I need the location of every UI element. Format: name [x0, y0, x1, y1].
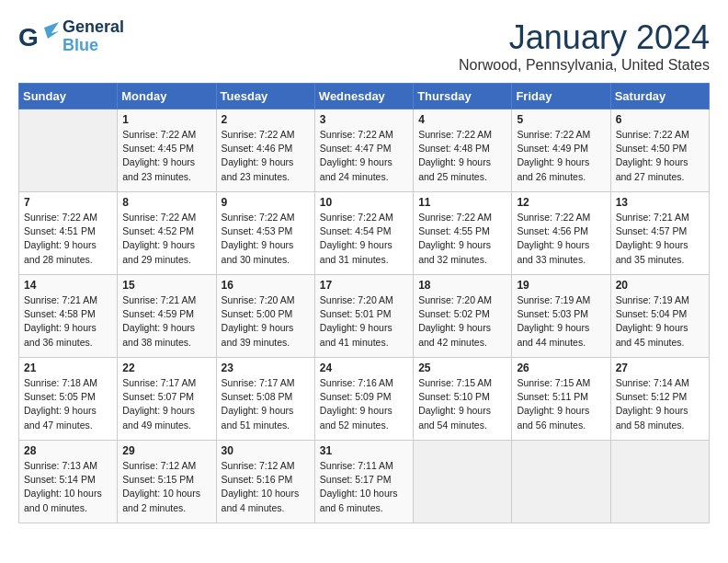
day-number: 30	[222, 444, 310, 457]
calendar-cell: 6Sunrise: 7:22 AM Sunset: 4:50 PM Daylig…	[610, 109, 709, 192]
day-info: Sunrise: 7:15 AM Sunset: 5:10 PM Dayligh…	[418, 376, 506, 432]
calendar-cell: 16Sunrise: 7:20 AM Sunset: 5:00 PM Dayli…	[216, 275, 314, 358]
day-number: 17	[320, 279, 408, 292]
calendar-cell	[19, 109, 118, 192]
logo-blue: Blue	[63, 37, 124, 55]
calendar-cell: 2Sunrise: 7:22 AM Sunset: 4:46 PM Daylig…	[216, 109, 314, 192]
day-info: Sunrise: 7:22 AM Sunset: 4:51 PM Dayligh…	[24, 211, 112, 267]
day-info: Sunrise: 7:15 AM Sunset: 5:11 PM Dayligh…	[517, 376, 605, 432]
calendar-cell: 27Sunrise: 7:14 AM Sunset: 5:12 PM Dayli…	[610, 358, 709, 441]
day-info: Sunrise: 7:19 AM Sunset: 5:04 PM Dayligh…	[616, 293, 704, 350]
day-info: Sunrise: 7:20 AM Sunset: 5:02 PM Dayligh…	[418, 293, 506, 350]
calendar-cell: 12Sunrise: 7:22 AM Sunset: 4:56 PM Dayli…	[512, 192, 610, 275]
day-number: 9	[222, 196, 310, 209]
day-number: 12	[517, 196, 605, 209]
calendar-cell: 1Sunrise: 7:22 AM Sunset: 4:45 PM Daylig…	[118, 109, 216, 192]
day-info: Sunrise: 7:22 AM Sunset: 4:45 PM Dayligh…	[122, 128, 210, 184]
day-number: 15	[122, 279, 210, 292]
svg-marker-1	[44, 22, 59, 39]
day-number: 28	[24, 444, 112, 457]
logo: G General Blue	[18, 18, 124, 55]
weekday-header-tuesday: Tuesday	[216, 84, 314, 109]
day-number: 26	[517, 362, 605, 374]
weekday-header-wednesday: Wednesday	[314, 84, 413, 109]
day-info: Sunrise: 7:16 AM Sunset: 5:09 PM Dayligh…	[320, 376, 408, 432]
day-info: Sunrise: 7:22 AM Sunset: 4:48 PM Dayligh…	[418, 128, 506, 184]
calendar-cell: 4Sunrise: 7:22 AM Sunset: 4:48 PM Daylig…	[414, 109, 512, 192]
calendar-header: SundayMondayTuesdayWednesdayThursdayFrid…	[19, 84, 710, 109]
calendar-cell: 15Sunrise: 7:21 AM Sunset: 4:59 PM Dayli…	[118, 275, 216, 358]
day-info: Sunrise: 7:22 AM Sunset: 4:52 PM Dayligh…	[122, 211, 210, 267]
calendar-cell: 13Sunrise: 7:21 AM Sunset: 4:57 PM Dayli…	[610, 192, 709, 275]
day-number: 18	[418, 279, 506, 292]
calendar-cell: 31Sunrise: 7:11 AM Sunset: 5:17 PM Dayli…	[314, 441, 413, 523]
day-info: Sunrise: 7:12 AM Sunset: 5:16 PM Dayligh…	[222, 459, 310, 515]
day-info: Sunrise: 7:12 AM Sunset: 5:15 PM Dayligh…	[122, 459, 210, 515]
calendar-week-row: 21Sunrise: 7:18 AM Sunset: 5:05 PM Dayli…	[19, 358, 710, 441]
calendar-cell: 9Sunrise: 7:22 AM Sunset: 4:53 PM Daylig…	[216, 192, 314, 275]
calendar-cell: 14Sunrise: 7:21 AM Sunset: 4:58 PM Dayli…	[19, 275, 118, 358]
day-number: 13	[616, 196, 704, 209]
calendar-cell	[414, 441, 512, 523]
svg-text:G: G	[18, 23, 39, 52]
day-number: 29	[122, 444, 210, 457]
day-number: 16	[222, 279, 310, 292]
calendar-cell	[610, 441, 709, 523]
logo-general: General	[63, 18, 124, 37]
calendar-cell: 24Sunrise: 7:16 AM Sunset: 5:09 PM Dayli…	[314, 358, 413, 441]
calendar-cell: 23Sunrise: 7:17 AM Sunset: 5:08 PM Dayli…	[216, 358, 314, 441]
day-number: 23	[222, 362, 310, 374]
calendar-week-row: 1Sunrise: 7:22 AM Sunset: 4:45 PM Daylig…	[19, 109, 710, 192]
calendar-cell: 20Sunrise: 7:19 AM Sunset: 5:04 PM Dayli…	[610, 275, 709, 358]
calendar-week-row: 7Sunrise: 7:22 AM Sunset: 4:51 PM Daylig…	[19, 192, 710, 275]
calendar-cell: 3Sunrise: 7:22 AM Sunset: 4:47 PM Daylig…	[314, 109, 413, 192]
weekday-header-saturday: Saturday	[610, 84, 709, 109]
day-info: Sunrise: 7:17 AM Sunset: 5:07 PM Dayligh…	[122, 376, 210, 432]
weekday-header-sunday: Sunday	[19, 84, 118, 109]
calendar-cell: 30Sunrise: 7:12 AM Sunset: 5:16 PM Dayli…	[216, 441, 314, 523]
calendar-week-row: 28Sunrise: 7:13 AM Sunset: 5:14 PM Dayli…	[19, 441, 710, 523]
location: Norwood, Pennsylvania, United States	[459, 57, 710, 74]
calendar-cell: 8Sunrise: 7:22 AM Sunset: 4:52 PM Daylig…	[118, 192, 216, 275]
day-info: Sunrise: 7:21 AM Sunset: 4:57 PM Dayligh…	[616, 211, 704, 267]
weekday-header-row: SundayMondayTuesdayWednesdayThursdayFrid…	[19, 84, 710, 109]
day-info: Sunrise: 7:17 AM Sunset: 5:08 PM Dayligh…	[222, 376, 310, 432]
day-number: 24	[320, 362, 408, 374]
weekday-header-friday: Friday	[512, 84, 610, 109]
calendar-cell: 25Sunrise: 7:15 AM Sunset: 5:10 PM Dayli…	[414, 358, 512, 441]
day-number: 4	[418, 113, 506, 126]
day-number: 20	[616, 279, 704, 292]
day-info: Sunrise: 7:22 AM Sunset: 4:55 PM Dayligh…	[418, 211, 506, 267]
day-number: 5	[517, 113, 605, 126]
weekday-header-monday: Monday	[118, 84, 216, 109]
day-number: 25	[418, 362, 506, 374]
day-number: 21	[24, 362, 112, 374]
calendar-cell: 17Sunrise: 7:20 AM Sunset: 5:01 PM Dayli…	[314, 275, 413, 358]
day-number: 8	[122, 196, 210, 209]
day-info: Sunrise: 7:11 AM Sunset: 5:17 PM Dayligh…	[320, 459, 408, 515]
day-number: 2	[222, 113, 310, 126]
day-info: Sunrise: 7:21 AM Sunset: 4:58 PM Dayligh…	[24, 293, 112, 350]
day-info: Sunrise: 7:20 AM Sunset: 5:01 PM Dayligh…	[320, 293, 408, 350]
calendar-table: SundayMondayTuesdayWednesdayThursdayFrid…	[18, 83, 710, 523]
calendar-body: 1Sunrise: 7:22 AM Sunset: 4:45 PM Daylig…	[19, 109, 710, 523]
day-info: Sunrise: 7:22 AM Sunset: 4:47 PM Dayligh…	[320, 128, 408, 184]
title-block: January 2024 Norwood, Pennsylvania, Unit…	[459, 18, 710, 74]
day-number: 7	[24, 196, 112, 209]
day-number: 1	[122, 113, 210, 126]
day-number: 11	[418, 196, 506, 209]
calendar-cell: 10Sunrise: 7:22 AM Sunset: 4:54 PM Dayli…	[314, 192, 413, 275]
day-info: Sunrise: 7:18 AM Sunset: 5:05 PM Dayligh…	[24, 376, 112, 432]
calendar-cell: 22Sunrise: 7:17 AM Sunset: 5:07 PM Dayli…	[118, 358, 216, 441]
calendar-week-row: 14Sunrise: 7:21 AM Sunset: 4:58 PM Dayli…	[19, 275, 710, 358]
day-number: 3	[320, 113, 408, 126]
day-info: Sunrise: 7:13 AM Sunset: 5:14 PM Dayligh…	[24, 459, 112, 515]
day-info: Sunrise: 7:19 AM Sunset: 5:03 PM Dayligh…	[517, 293, 605, 350]
day-number: 14	[24, 279, 112, 292]
day-info: Sunrise: 7:22 AM Sunset: 4:49 PM Dayligh…	[517, 128, 605, 184]
day-number: 19	[517, 279, 605, 292]
day-info: Sunrise: 7:22 AM Sunset: 4:46 PM Dayligh…	[222, 128, 310, 184]
day-info: Sunrise: 7:21 AM Sunset: 4:59 PM Dayligh…	[122, 293, 210, 350]
day-info: Sunrise: 7:14 AM Sunset: 5:12 PM Dayligh…	[616, 376, 704, 432]
day-number: 31	[320, 444, 408, 457]
